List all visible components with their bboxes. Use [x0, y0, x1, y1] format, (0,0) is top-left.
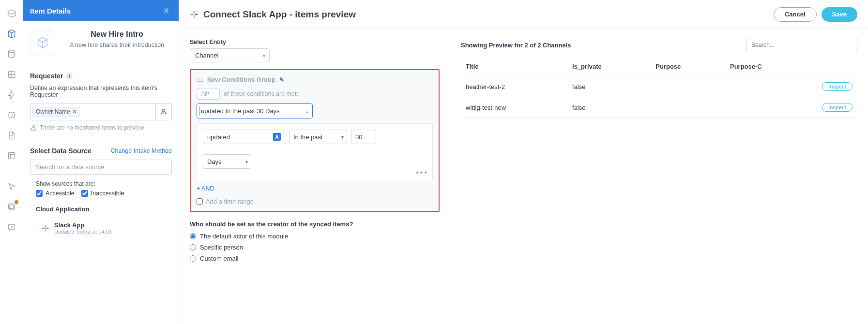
datasource-search-input[interactable] [30, 160, 172, 175]
radio-custom-email[interactable]: Custom email [190, 255, 440, 262]
unit-select[interactable]: Days ▾ [203, 154, 251, 169]
item-card: New Hire Intro A new hire shares their i… [23, 21, 179, 64]
save-button[interactable]: Save [822, 7, 857, 22]
datasource-section: Select Data Source Change Intake Method … [23, 139, 179, 242]
item-subtitle: A new hire shares their introduction [62, 42, 172, 48]
table-row: wittig-test-new false Inspect [461, 97, 857, 118]
config-panel: Select Entity Channel ▾ New Conditions G… [179, 29, 450, 324]
chevron-down-icon: ▾ [245, 159, 248, 164]
svg-text:S: S [10, 113, 13, 118]
page-title: Connect Slack App - items preview [203, 9, 356, 20]
ds-name: Slack App [54, 221, 112, 229]
sidebar: Item Details New Hire Intro A new hire s… [23, 0, 179, 324]
col-purpose[interactable]: Purpose [651, 57, 725, 76]
group-name: New Conditions Group [207, 76, 275, 83]
svg-rect-7 [8, 224, 15, 229]
warn-text: There are no monitored items to preview [40, 124, 144, 131]
cloud-app-label[interactable]: Cloud Application [30, 206, 172, 213]
collapse-icon[interactable] [163, 6, 172, 15]
edit-group-icon[interactable]: ✎ [279, 76, 284, 83]
attr-field[interactable]: updated A [203, 130, 285, 144]
conditions-box: New Conditions Group ✎ All ▾ of these co… [190, 69, 440, 212]
col-title[interactable]: Title [461, 57, 567, 76]
radio-specific-person[interactable]: Specific person [190, 244, 440, 251]
expression-select[interactable]: updated In the past 30 Days ▴ [197, 103, 313, 118]
ds-updated: Updated Today, at 14:03 [54, 229, 112, 235]
svg-rect-14 [191, 14, 194, 15]
number-input[interactable]: 30 [351, 130, 376, 144]
svg-point-0 [8, 50, 15, 53]
rail-item-doc[interactable] [2, 126, 21, 145]
inspect-button[interactable]: Inspect [822, 103, 853, 112]
chevron-up-icon: ▴ [306, 108, 308, 114]
more-icon[interactable]: ••• [416, 168, 428, 177]
rail-item-stack[interactable] [2, 197, 21, 217]
entity-select[interactable]: Channel ▾ [190, 48, 270, 62]
creator-question: Who should be set as the creator of the … [190, 221, 440, 228]
chevron-down-icon: ▾ [207, 90, 210, 97]
svg-rect-6 [8, 204, 13, 208]
requester-section: Requester i Define an expression that re… [23, 64, 179, 139]
condition-builder: updated A In the past ▾ 30 Days ▾ [197, 123, 433, 181]
rail-item-layout[interactable] [2, 146, 21, 165]
svg-point-8 [162, 109, 165, 112]
main: Connect Slack App - items preview Cancel… [179, 0, 868, 324]
chip-remove-icon[interactable]: ✕ [72, 108, 77, 115]
inaccessible-checkbox[interactable]: Inaccessible [81, 190, 124, 197]
svg-rect-5 [9, 205, 14, 210]
svg-rect-15 [194, 15, 195, 18]
inspect-button[interactable]: Inspect [822, 82, 853, 91]
datasource-title: Select Data Source [30, 147, 91, 155]
col-purpose-c[interactable]: Purpose-C [725, 57, 814, 76]
svg-rect-13 [194, 11, 195, 14]
preview-table: Title Is_private Purpose Purpose-C heath… [461, 57, 857, 118]
svg-rect-11 [45, 229, 46, 231]
preview-search-input[interactable] [746, 39, 857, 51]
requester-title: Requester [30, 72, 63, 80]
nav-rail: S [0, 0, 23, 324]
col-is-private[interactable]: Is_private [567, 57, 651, 76]
sidebar-title: Item Details [30, 7, 71, 15]
add-requester-button[interactable] [155, 103, 172, 120]
add-and-link[interactable]: + AND [197, 185, 214, 192]
rail-item-s[interactable]: S [2, 105, 21, 125]
time-range-checkbox[interactable]: Add a time range [197, 198, 433, 205]
slack-icon [190, 10, 198, 19]
item-icon [30, 30, 55, 55]
table-row: heather-test-2 false Inspect [461, 76, 857, 97]
cancel-button[interactable]: Cancel [774, 7, 817, 22]
preview-title: Showing Preview for 2 of 2 Channels [461, 42, 571, 49]
item-title: New Hire Intro [62, 30, 172, 39]
preview-panel: Showing Preview for 2 of 2 Channels Titl… [450, 29, 868, 324]
rail-item-comment[interactable] [2, 218, 21, 237]
requester-desc: Define an expression that represents thi… [30, 85, 172, 98]
radio-default-actor[interactable]: The default actor of this module [190, 233, 440, 240]
field-type-icon: A [273, 133, 281, 141]
operator-select[interactable]: In the past ▾ [289, 130, 347, 144]
slack-datasource[interactable]: Slack App Updated Today, at 14:03 [30, 221, 172, 235]
svg-rect-12 [46, 227, 48, 228]
requester-input[interactable]: Owner Name ✕ [30, 103, 156, 120]
rail-home-icon[interactable] [2, 4, 21, 23]
slack-icon [42, 224, 49, 232]
chevron-down-icon: ▾ [341, 134, 344, 140]
combinator-select[interactable]: All ▾ [197, 88, 220, 100]
rail-item-bolt[interactable] [2, 85, 21, 104]
entity-label: Select Entity [190, 39, 440, 45]
rail-item-grid[interactable] [2, 65, 21, 84]
chevron-down-icon: ▾ [263, 53, 265, 58]
svg-rect-9 [45, 225, 46, 227]
show-sources-label: Show sources that are: [36, 180, 172, 187]
change-intake-link[interactable]: Change Intake Method [111, 147, 172, 154]
rail-item-cursor[interactable] [2, 177, 21, 196]
owner-chip[interactable]: Owner Name ✕ [32, 107, 80, 117]
rail-item-cube[interactable] [2, 24, 21, 44]
rail-item-data[interactable] [2, 44, 21, 64]
accessible-checkbox[interactable]: Accessible [36, 190, 75, 197]
svg-rect-4 [8, 152, 15, 159]
info-icon[interactable]: i [66, 73, 73, 79]
cond-suffix: of these conditions are met: [224, 90, 298, 97]
main-header: Connect Slack App - items preview Cancel… [179, 0, 868, 29]
svg-rect-10 [42, 228, 45, 229]
warn-row: There are no monitored items to preview [30, 124, 172, 131]
